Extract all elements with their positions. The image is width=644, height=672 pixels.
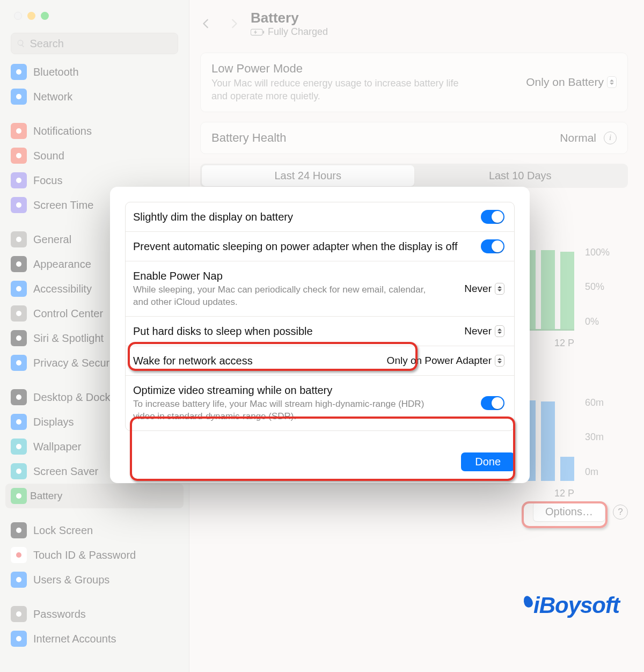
row-prevent-sleep: Prevent automatic sleeping on power adap… <box>126 231 514 261</box>
toggle-optimize-video[interactable] <box>481 396 504 410</box>
stepper-icon <box>495 283 504 295</box>
done-button[interactable]: Done <box>461 452 515 471</box>
options-modal: Slightly dim the display on battery Prev… <box>110 187 530 483</box>
select-wake-network[interactable]: Only on Power Adapter <box>387 355 504 367</box>
watermark: iBoysoft <box>524 593 619 618</box>
row-title: Optimize video streaming while on batter… <box>133 383 474 397</box>
row-optimize-video: Optimize video streaming while on batter… <box>126 375 514 430</box>
row-title: Put hard disks to sleep when possible <box>133 324 458 338</box>
row-hard-disks: Put hard disks to sleep when possible Ne… <box>126 316 514 346</box>
row-desc: While sleeping, your Mac can periodicall… <box>133 284 434 309</box>
select-hard-disks[interactable]: Never <box>464 325 504 337</box>
stepper-icon <box>495 355 504 367</box>
toggle-dim-display[interactable] <box>481 210 504 224</box>
row-title: Slightly dim the display on battery <box>133 210 474 224</box>
stepper-icon <box>495 325 504 337</box>
row-title: Wake for network access <box>133 354 380 368</box>
select-power-nap[interactable]: Never <box>464 283 504 295</box>
row-title: Prevent automatic sleeping on power adap… <box>133 239 474 253</box>
row-desc: To increase battery life, your Mac will … <box>133 398 434 423</box>
row-power-nap: Enable Power Nap While sleeping, your Ma… <box>126 261 514 316</box>
row-wake-network: Wake for network access Only on Power Ad… <box>126 346 514 375</box>
toggle-prevent-sleep[interactable] <box>481 239 504 253</box>
row-dim-display: Slightly dim the display on battery <box>126 202 514 231</box>
row-title: Enable Power Nap <box>133 269 458 283</box>
